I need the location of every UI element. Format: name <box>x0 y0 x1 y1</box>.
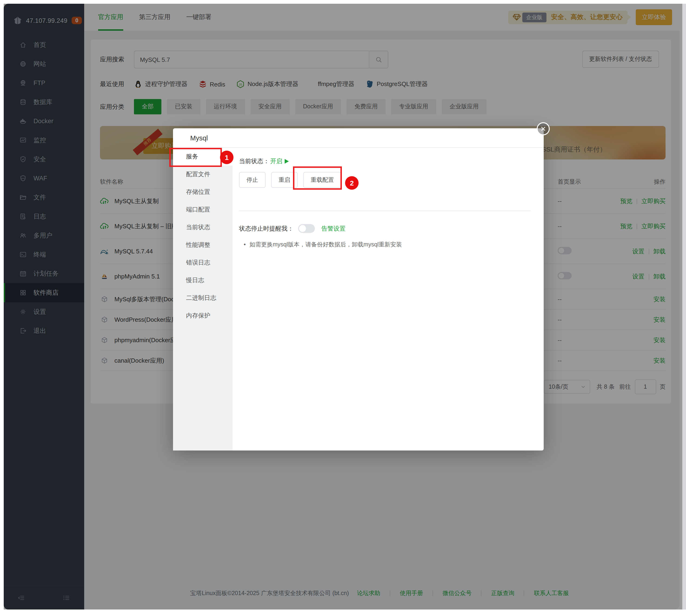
modal-menu: 服务 配置文件 存储位置 端口配置 当前状态 性能调整 错误日志 慢日志 二进制… <box>173 148 233 450</box>
remind-row: 状态停止时提醒我： 告警设置 <box>239 224 533 233</box>
restart-button[interactable]: 重启 <box>271 172 298 188</box>
modal-close-button[interactable] <box>537 122 550 135</box>
content-divider <box>239 211 531 211</box>
status-row: 当前状态： 开启 <box>239 157 533 166</box>
modal-menu-item[interactable]: 二进制日志 <box>173 289 233 307</box>
remind-label: 状态停止时提醒我： <box>239 224 294 233</box>
modal-menu-item[interactable]: 当前状态 <box>173 219 233 236</box>
modal-menu-item[interactable]: 内存保护 <box>173 307 233 325</box>
modal-menu-item[interactable]: 配置文件 <box>173 166 233 183</box>
status-value: 开启 <box>270 157 282 166</box>
annotation-step-2: 2 <box>345 176 359 190</box>
reload-config-button[interactable]: 重载配置 <box>303 172 341 188</box>
close-icon <box>540 126 546 132</box>
status-label: 当前状态： <box>239 157 269 166</box>
status-play-icon <box>285 159 289 164</box>
modal-menu-item[interactable]: 错误日志 <box>173 254 233 271</box>
modal-menu-item[interactable]: 存储位置 <box>173 183 233 201</box>
remind-toggle[interactable] <box>298 224 315 233</box>
modal-menu-item[interactable]: 端口配置 <box>173 201 233 219</box>
mysql-note: 如需更换mysql版本，请备份好数据后，卸载mysql重新安装 <box>239 241 533 249</box>
mysql-settings-modal: Mysql 服务 配置文件 存储位置 端口配置 当前状态 性能调整 错误日志 <box>173 128 544 450</box>
modal-title: Mysql <box>173 128 544 148</box>
modal-content: 当前状态： 开启 停止 重启 重载配置 状态停止时提醒我： 告警设置 如需更换m… <box>233 148 544 450</box>
annotation-step-1: 1 <box>220 151 234 164</box>
stop-button[interactable]: 停止 <box>239 172 265 188</box>
baota-panel: 47.107.99.249 0 首页 网站 FTP <box>0 0 686 616</box>
page-scrollbar[interactable] <box>682 4 686 610</box>
service-buttons: 停止 重启 重载配置 <box>239 172 533 188</box>
modal-menu-item[interactable]: 慢日志 <box>173 271 233 289</box>
alarm-settings-link[interactable]: 告警设置 <box>321 224 346 233</box>
modal-menu-item[interactable]: 性能调整 <box>173 236 233 254</box>
